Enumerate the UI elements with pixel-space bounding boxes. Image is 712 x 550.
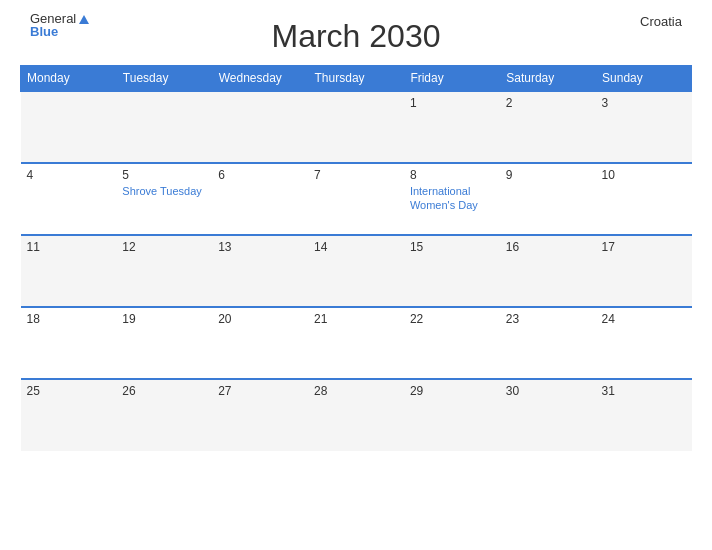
day-number: 4 [27,168,111,182]
week-row-3: 11121314151617 [21,235,692,307]
country-label: Croatia [640,14,682,29]
header-friday: Friday [404,66,500,92]
calendar-cell: 29 [404,379,500,451]
calendar-cell: 16 [500,235,596,307]
day-number: 1 [410,96,494,110]
calendar-cell: 27 [212,379,308,451]
calendar-cell: 10 [596,163,692,235]
calendar-cell: 31 [596,379,692,451]
day-number: 21 [314,312,398,326]
day-number: 14 [314,240,398,254]
calendar-cell: 4 [21,163,117,235]
calendar-cell: 25 [21,379,117,451]
calendar-cell: 9 [500,163,596,235]
calendar-table: MondayTuesdayWednesdayThursdayFridaySatu… [20,65,692,451]
calendar-title: March 2030 [272,18,441,55]
day-number: 24 [602,312,686,326]
day-number: 15 [410,240,494,254]
calendar-cell: 5Shrove Tuesday [116,163,212,235]
header-monday: Monday [21,66,117,92]
calendar-cell: 28 [308,379,404,451]
calendar-cell: 26 [116,379,212,451]
day-number: 22 [410,312,494,326]
calendar-cell: 2 [500,91,596,163]
day-number: 10 [602,168,686,182]
calendar-cell: 24 [596,307,692,379]
day-number: 23 [506,312,590,326]
calendar-cell: 20 [212,307,308,379]
day-number: 28 [314,384,398,398]
day-number: 12 [122,240,206,254]
holiday-label: Shrove Tuesday [122,184,206,198]
day-number: 13 [218,240,302,254]
week-row-5: 25262728293031 [21,379,692,451]
calendar-cell: 18 [21,307,117,379]
calendar-cell [308,91,404,163]
day-number: 19 [122,312,206,326]
day-number: 30 [506,384,590,398]
header-row: MondayTuesdayWednesdayThursdayFridaySatu… [21,66,692,92]
calendar-cell [212,91,308,163]
calendar-cell: 12 [116,235,212,307]
week-row-4: 18192021222324 [21,307,692,379]
day-number: 25 [27,384,111,398]
week-row-1: 123 [21,91,692,163]
calendar-cell: 1 [404,91,500,163]
header-sunday: Sunday [596,66,692,92]
day-number: 5 [122,168,206,182]
logo-blue: Blue [30,25,89,38]
day-number: 16 [506,240,590,254]
day-number: 9 [506,168,590,182]
calendar-cell: 30 [500,379,596,451]
calendar-cell: 19 [116,307,212,379]
day-number: 2 [506,96,590,110]
calendar-wrap: MondayTuesdayWednesdayThursdayFridaySatu… [20,65,692,540]
day-number: 27 [218,384,302,398]
week-row-2: 45Shrove Tuesday678International Women's… [21,163,692,235]
calendar-cell: 13 [212,235,308,307]
calendar-cell: 11 [21,235,117,307]
day-number: 26 [122,384,206,398]
calendar-cell: 23 [500,307,596,379]
calendar-cell [116,91,212,163]
calendar-cell: 8International Women's Day [404,163,500,235]
calendar-cell: 14 [308,235,404,307]
calendar-cell: 22 [404,307,500,379]
calendar-cell: 15 [404,235,500,307]
calendar-cell: 6 [212,163,308,235]
holiday-label: International Women's Day [410,184,494,213]
day-number: 7 [314,168,398,182]
header-wednesday: Wednesday [212,66,308,92]
day-number: 20 [218,312,302,326]
header-saturday: Saturday [500,66,596,92]
calendar-cell [21,91,117,163]
day-number: 18 [27,312,111,326]
header-thursday: Thursday [308,66,404,92]
calendar-cell: 17 [596,235,692,307]
calendar-cell: 3 [596,91,692,163]
day-number: 6 [218,168,302,182]
day-number: 29 [410,384,494,398]
day-number: 31 [602,384,686,398]
day-number: 17 [602,240,686,254]
header-tuesday: Tuesday [116,66,212,92]
day-number: 8 [410,168,494,182]
day-number: 11 [27,240,111,254]
calendar-cell: 7 [308,163,404,235]
calendar-cell: 21 [308,307,404,379]
logo: General Blue [30,12,89,38]
day-number: 3 [602,96,686,110]
